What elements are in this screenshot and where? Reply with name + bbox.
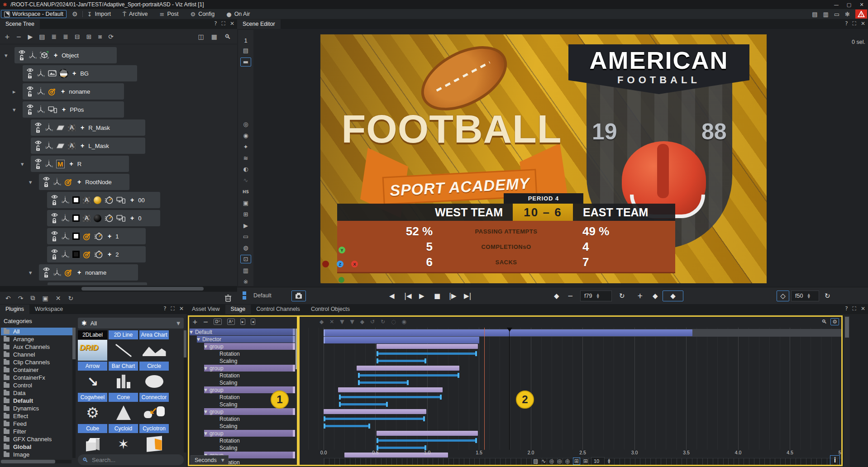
plugin-tile-bar-chart[interactable]: Bar Chart	[109, 362, 138, 392]
tree-node-pill[interactable]: YZXA+00	[47, 192, 160, 208]
remove-icon[interactable]: −	[203, 318, 209, 325]
rect-icon[interactable]: ▭	[240, 232, 251, 241]
add-child-icon[interactable]: +	[77, 178, 81, 186]
filter-icon[interactable]: ▼	[340, 319, 344, 325]
tab-asset-view[interactable]: Asset View	[186, 305, 225, 314]
trash-icon[interactable]	[224, 294, 232, 302]
info-button[interactable]: i	[830, 455, 840, 465]
chevron-down-icon[interactable]: ▾	[29, 179, 32, 186]
timeline-marker[interactable]	[509, 328, 510, 450]
timeline-bar-group-11[interactable]	[324, 409, 426, 414]
tree-node-noname[interactable]: ▾YZX+noname	[0, 264, 237, 281]
tree-node-R_Mask[interactable]: YZXA+R_Mask	[0, 119, 237, 136]
step-back-button[interactable]: |◀	[404, 291, 412, 301]
lock-open-icon[interactable]	[35, 163, 41, 169]
add-child-icon[interactable]: +	[70, 160, 73, 167]
stage-row-scaling-16[interactable]: Scaling	[219, 444, 237, 451]
add-child-icon[interactable]: +	[81, 124, 84, 131]
split-view-icon[interactable]: ◫	[198, 33, 204, 40]
pinwheel-icon[interactable]: ✻	[845, 11, 850, 18]
tab-scene-editor[interactable]: Scene Editor	[237, 19, 281, 29]
refresh-icon[interactable]: ⟳	[108, 33, 114, 40]
chevron-down-icon[interactable]: ▾	[29, 269, 32, 276]
add-icon[interactable]: +	[5, 33, 10, 40]
plus-box-icon[interactable]: ⊞	[240, 210, 251, 219]
plugin-tile-area-chart[interactable]: Area Chart	[139, 330, 169, 361]
preset-label[interactable]: Default	[253, 292, 272, 299]
spinner-arrows[interactable]: ▲▼	[608, 458, 610, 464]
plugin-tile-cone[interactable]: Cone	[109, 393, 138, 423]
fps-mode-icon[interactable]: ◇	[777, 291, 789, 301]
skip-start-button[interactable]: ◀	[389, 291, 395, 301]
plugin-tile-2dlabel[interactable]: 2DLabelDRID	[78, 330, 107, 361]
plugin-tile-cycloid[interactable]: Cycloid✶	[109, 424, 138, 453]
category-default[interactable]: Default	[1, 397, 72, 405]
terminal-icon[interactable]: ▭	[834, 11, 839, 18]
tab-stage[interactable]: Stage	[225, 305, 251, 314]
lock-closed-icon[interactable]	[52, 200, 57, 205]
circle-dot-icon[interactable]: ◉	[402, 319, 406, 325]
play-box-icon[interactable]: ▶	[240, 221, 251, 230]
chevron-right-icon[interactable]: ▸	[13, 88, 16, 95]
eye-icon[interactable]	[27, 104, 33, 109]
eye-icon[interactable]	[43, 267, 50, 272]
category-clip-channels[interactable]: Clip Channels	[1, 358, 72, 366]
timeline-bar-channel-16[interactable]	[377, 447, 426, 449]
frame-minus-button[interactable]: −	[568, 291, 573, 301]
timeline-bar-channel-13[interactable]	[324, 425, 370, 427]
search-icon[interactable]: 🔍︎	[821, 319, 827, 325]
timeline-bar-director-1[interactable]	[324, 337, 479, 343]
plugin-filter-dropdown[interactable]: ✱ All ▼	[78, 318, 184, 329]
timeline-bar-channel-6[interactable]	[358, 374, 459, 376]
close-icon[interactable]: ✕	[230, 20, 234, 27]
waveform-icon[interactable]: ▨	[533, 458, 538, 464]
video-camera-icon[interactable]: ◉	[240, 131, 251, 140]
warning-icon[interactable]	[855, 10, 867, 19]
snapshot-button[interactable]	[291, 291, 306, 301]
tree-node-pill[interactable]: YZX+Object	[14, 47, 117, 63]
add-child-icon[interactable]: +	[54, 52, 57, 59]
group-add-icon[interactable]: ⧆	[98, 33, 102, 40]
axis-x-handle[interactable]: X	[351, 261, 358, 267]
workspace-gear-icon[interactable]: ⚙	[72, 10, 78, 18]
database-icon[interactable]: ▤	[812, 11, 817, 18]
tree-node-BG[interactable]: YZX+BG	[0, 65, 237, 81]
tree-node-pill[interactable]: YZX+noname	[39, 264, 138, 281]
tab-scene-tree[interactable]: Scene Tree	[0, 19, 40, 29]
tree-node-0[interactable]: YZXA+0	[0, 210, 237, 226]
redo-icon[interactable]: ↷	[18, 295, 24, 302]
chevron-down-icon[interactable]: ▾	[21, 161, 24, 167]
categories-vscrollbar[interactable]	[72, 328, 76, 458]
timeline-bar-channel-10[interactable]	[339, 403, 388, 405]
stage-row-rotation-6[interactable]: Rotation	[219, 372, 240, 379]
refresh-icon[interactable]: ↻	[825, 291, 830, 301]
eye-icon[interactable]	[51, 195, 58, 199]
tree-node-pill[interactable]: YZX+RootNode	[39, 174, 129, 190]
snap-grid-icon[interactable]: ※	[240, 277, 251, 286]
timeline-bar-group-8[interactable]	[338, 387, 443, 392]
category-aux-channels[interactable]: Aux Channels	[1, 343, 72, 351]
tree-node-pill[interactable]: YZXM+R	[31, 156, 129, 172]
grid-snap-icon[interactable]: ⊞	[573, 457, 580, 465]
speech-icon[interactable]: ▬	[240, 57, 251, 67]
stage-row-group-2[interactable]: ▼group	[204, 343, 295, 350]
close-icon[interactable]: ✕	[861, 20, 865, 27]
timeline-bar-group-2[interactable]	[377, 344, 478, 349]
tab-control-objects[interactable]: Control Objects	[305, 305, 355, 314]
plugin-tile-cube[interactable]: Cube	[78, 424, 107, 453]
stage-row-group-14[interactable]: ▼group	[204, 430, 295, 437]
stage-row-scaling-7[interactable]: Scaling	[219, 379, 237, 386]
stage-row-scaling-10[interactable]: Scaling	[219, 401, 237, 408]
chevron-down-icon[interactable]: ▾	[5, 52, 8, 59]
eye-icon[interactable]	[19, 50, 25, 54]
collapse-triangle-icon[interactable]: ▼	[204, 366, 207, 371]
gear-icon[interactable]: ⚙	[830, 318, 839, 325]
tree-node-pill[interactable]: YZX+BG	[23, 65, 137, 81]
plugin-tile-cogwheel[interactable]: Cogwheel⚙	[78, 393, 107, 423]
circle-open-icon[interactable]: ◌	[391, 319, 396, 325]
add-child-icon[interactable]: +	[77, 269, 81, 276]
lock-open-icon[interactable]	[27, 109, 33, 115]
plugin-search[interactable]: 🔍︎ Search...	[78, 454, 184, 465]
tab-plugins[interactable]: Plugins	[0, 305, 29, 314]
category-arrange[interactable]: Arrange	[1, 335, 72, 343]
